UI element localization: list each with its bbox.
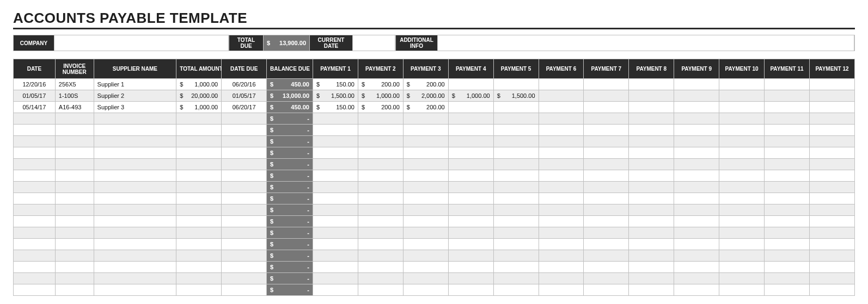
table-cell[interactable] (629, 216, 674, 227)
table-cell[interactable] (809, 216, 854, 227)
table-cell[interactable] (313, 250, 358, 262)
table-cell[interactable] (176, 193, 222, 204)
table-cell[interactable] (719, 227, 765, 239)
table-cell[interactable] (403, 125, 448, 136)
table-cell[interactable] (719, 182, 765, 193)
table-cell[interactable] (222, 204, 267, 216)
table-cell[interactable] (584, 193, 629, 204)
table-cell[interactable]: $1,000.00 (448, 90, 493, 102)
table-cell[interactable] (674, 239, 719, 250)
table-cell[interactable] (358, 159, 403, 170)
table-cell[interactable] (448, 113, 493, 125)
table-cell[interactable] (719, 250, 765, 262)
table-cell[interactable] (765, 284, 810, 296)
table-cell[interactable] (493, 170, 539, 182)
table-cell[interactable] (94, 159, 176, 170)
table-cell[interactable] (584, 113, 629, 125)
table-cell[interactable] (719, 193, 765, 204)
table-cell[interactable] (176, 204, 222, 216)
table-cell[interactable] (448, 262, 493, 273)
table-cell[interactable] (809, 262, 854, 273)
table-cell[interactable] (313, 216, 358, 227)
table-cell[interactable] (493, 125, 539, 136)
table-cell[interactable] (809, 182, 854, 193)
table-cell[interactable] (55, 204, 94, 216)
table-cell[interactable]: $- (267, 262, 313, 273)
table-cell[interactable] (94, 227, 176, 239)
table-cell[interactable] (448, 204, 493, 216)
table-cell[interactable] (222, 147, 267, 159)
company-input[interactable] (54, 35, 229, 51)
table-cell[interactable] (584, 125, 629, 136)
table-cell[interactable] (719, 170, 765, 182)
table-cell[interactable] (94, 284, 176, 296)
table-cell[interactable]: $20,000.00 (176, 90, 222, 102)
table-cell[interactable] (358, 147, 403, 159)
table-cell[interactable]: $- (267, 250, 313, 262)
table-cell[interactable] (809, 204, 854, 216)
table-cell[interactable] (358, 170, 403, 182)
table-cell[interactable] (584, 102, 629, 113)
table-cell[interactable] (55, 182, 94, 193)
table-cell[interactable] (584, 182, 629, 193)
table-cell[interactable] (94, 262, 176, 273)
table-cell[interactable] (629, 113, 674, 125)
table-cell[interactable] (403, 147, 448, 159)
table-cell[interactable]: 06/20/16 (222, 79, 267, 90)
table-cell[interactable] (222, 125, 267, 136)
table-cell[interactable] (55, 273, 94, 284)
table-cell[interactable] (14, 227, 56, 239)
table-cell[interactable] (176, 239, 222, 250)
table-cell[interactable]: $450.00 (267, 102, 313, 113)
table-cell[interactable] (809, 170, 854, 182)
table-cell[interactable] (674, 90, 719, 102)
table-cell[interactable] (493, 250, 539, 262)
table-cell[interactable] (313, 170, 358, 182)
table-cell[interactable]: $- (267, 170, 313, 182)
table-cell[interactable] (94, 204, 176, 216)
table-cell[interactable]: $200.00 (358, 102, 403, 113)
table-cell[interactable] (493, 113, 539, 125)
table-cell[interactable] (55, 284, 94, 296)
table-cell[interactable] (176, 182, 222, 193)
table-cell[interactable] (358, 262, 403, 273)
table-cell[interactable] (94, 182, 176, 193)
table-cell[interactable] (403, 216, 448, 227)
table-cell[interactable] (539, 239, 584, 250)
table-cell[interactable] (55, 262, 94, 273)
table-cell[interactable] (403, 227, 448, 239)
table-cell[interactable] (809, 136, 854, 147)
table-cell[interactable] (765, 250, 810, 262)
table-cell[interactable] (313, 113, 358, 125)
table-cell[interactable] (584, 239, 629, 250)
table-cell[interactable]: 06/20/17 (222, 102, 267, 113)
table-cell[interactable] (674, 182, 719, 193)
table-cell[interactable] (493, 193, 539, 204)
table-cell[interactable]: $- (267, 227, 313, 239)
table-cell[interactable] (448, 147, 493, 159)
table-cell[interactable] (358, 239, 403, 250)
table-cell[interactable] (809, 193, 854, 204)
table-cell[interactable] (493, 79, 539, 90)
table-cell[interactable] (809, 79, 854, 90)
table-cell[interactable] (14, 136, 56, 147)
table-cell[interactable] (539, 182, 584, 193)
table-cell[interactable] (629, 159, 674, 170)
table-cell[interactable]: $- (267, 273, 313, 284)
table-cell[interactable]: $200.00 (403, 79, 448, 90)
table-cell[interactable] (539, 284, 584, 296)
table-cell[interactable] (584, 250, 629, 262)
table-cell[interactable] (313, 273, 358, 284)
table-cell[interactable] (448, 284, 493, 296)
table-cell[interactable] (629, 284, 674, 296)
table-cell[interactable]: $- (267, 182, 313, 193)
table-cell[interactable] (222, 227, 267, 239)
table-cell[interactable] (765, 182, 810, 193)
table-cell[interactable] (403, 136, 448, 147)
table-cell[interactable] (584, 147, 629, 159)
table-cell[interactable] (765, 227, 810, 239)
table-cell[interactable]: $- (267, 125, 313, 136)
table-cell[interactable] (222, 284, 267, 296)
table-cell[interactable] (448, 136, 493, 147)
table-cell[interactable] (358, 204, 403, 216)
